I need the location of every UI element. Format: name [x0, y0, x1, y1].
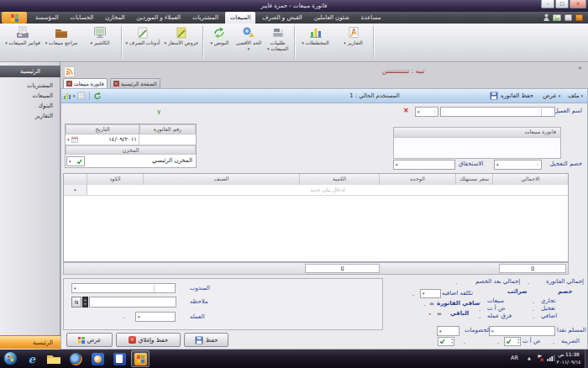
picture-icon[interactable] — [553, 14, 561, 21]
taskbar-clock[interactable]: 11:38 ص ٢٠١١/٠٩/١٤ — [554, 351, 583, 366]
show-desktop-button[interactable] — [585, 350, 588, 368]
discount-early-label: تعجيل — [541, 305, 555, 312]
grid-new-row[interactable]: ٭ ادخال بيان جديد — [64, 185, 568, 196]
sales-returns-button[interactable]: مراجع مبيعات ▾ — [42, 24, 81, 60]
tab-customers-suppliers[interactable]: العملاء و الموردين — [132, 12, 186, 24]
doc-tab-home[interactable]: × الصفحة الرئيسية — [110, 78, 160, 88]
col-quantity[interactable]: الكمية — [300, 174, 380, 185]
taskbar-app-icon-active[interactable] — [131, 350, 150, 367]
col-total[interactable]: الاجمالي — [493, 174, 568, 185]
taskbar-firefox-icon[interactable] — [66, 350, 85, 367]
taskbar-media-player-icon[interactable] — [88, 350, 107, 367]
col-code[interactable]: الكود — [87, 174, 144, 185]
sidebar-item-reports[interactable]: التقارير — [0, 111, 60, 121]
sidebar-item-banks[interactable]: البنوك — [0, 101, 60, 111]
early-discount-field[interactable]: ▾ ٠ — [494, 160, 542, 170]
clear-customer-icon[interactable]: × — [403, 107, 409, 114]
tab-hr[interactable]: شئون العاملين — [309, 12, 354, 24]
customer-name-input[interactable] — [440, 107, 555, 117]
save-button[interactable]: حفظ — [184, 333, 228, 347]
start-button[interactable] — [3, 351, 18, 365]
discounts-combo[interactable]: ▾ — [437, 326, 459, 336]
bonus-button[interactable]: البونص ▾ — [205, 24, 234, 60]
taskbar-document-icon[interactable] — [110, 350, 129, 367]
invoice-form: ▾ المستخدم الحالي : 1 حفظ الفاتوره عرض▾ … — [60, 88, 588, 350]
col-unit[interactable]: الوحده — [380, 174, 456, 185]
alert-close-icon[interactable]: × — [578, 65, 582, 71]
form-menus: عرض▾ ملف▾ — [543, 89, 583, 103]
dropdown-icon: ▾ — [344, 40, 346, 45]
tab-receipts-payments[interactable]: القبض و الصرف — [257, 12, 307, 24]
sidebar-footer-home[interactable]: الرئيسية — [0, 335, 60, 349]
invoice-type-header[interactable]: فاتورة مبيعات — [394, 128, 560, 138]
items-grid: الكود الصنف الكمية الوحده سعر مستهلك الا… — [63, 173, 569, 262]
user-icon[interactable] — [543, 13, 549, 21]
tray-expand-icon[interactable]: ▲ — [528, 355, 531, 360]
sidebar-items: المشتريات المبيعات البنوك التقارير — [0, 81, 60, 121]
maximize-button[interactable]: □ — [555, 0, 569, 8]
minimize-button[interactable]: – — [541, 0, 554, 8]
note-input[interactable] — [89, 297, 176, 308]
feed-button[interactable] — [64, 66, 75, 77]
date-picker[interactable]: ▾ ١٤/٠٩/٢٠١١ — [66, 134, 139, 145]
tab-sales[interactable]: المبيعات — [225, 12, 255, 24]
sidebar-item-sales[interactable]: المبيعات — [0, 91, 60, 101]
sales-orders-button[interactable]: طلبيات المبيعات ▾ — [263, 24, 292, 60]
taskbar-explorer-icon[interactable] — [45, 350, 63, 367]
tab-warehouses[interactable]: المخازن — [100, 12, 129, 24]
sidebar-item-purchases[interactable]: المشتريات — [0, 81, 60, 91]
save-and-close-button[interactable]: × حفظ وإغلاق — [116, 333, 181, 347]
tab-accounts[interactable]: الحسابات — [66, 12, 99, 24]
col-item[interactable]: الصنف — [144, 174, 300, 185]
currency-combo[interactable]: ▾ — [135, 312, 176, 322]
tax-header: ضرائب — [507, 288, 528, 295]
minimize-ribbon-icon[interactable] — [564, 14, 572, 21]
extra-cost-value: . — [412, 291, 414, 297]
ribbon-body: فواتير المبيعات ▾ مراجع مبيعات ▾ الكاشير… — [0, 24, 588, 62]
mini-chart-icon[interactable] — [63, 92, 71, 100]
refresh-icon[interactable] — [93, 92, 102, 100]
tab-purchases[interactable]: المشتريات — [187, 12, 223, 24]
due-combo[interactable]: ▾ — [393, 160, 455, 170]
file-menu[interactable]: ملف▾ — [568, 89, 583, 103]
representative-combo[interactable]: ▾ — [71, 283, 176, 293]
close-tab-icon[interactable]: × — [113, 81, 119, 87]
extra-cost-combo[interactable]: ▾ — [420, 289, 441, 298]
dropdown-icon[interactable]: ▾ — [73, 94, 76, 98]
close-button[interactable]: × — [570, 0, 586, 8]
tab-organization[interactable]: المؤسسة — [30, 12, 64, 24]
tray-flag-icon[interactable] — [537, 354, 544, 362]
amount-total: 0 — [499, 264, 566, 273]
note-n-button[interactable]: N — [71, 297, 81, 308]
col-consumer-price[interactable]: سعر مستهلك — [456, 174, 493, 185]
language-indicator[interactable]: AR — [511, 355, 518, 361]
invoice-number-input[interactable] — [139, 134, 196, 145]
reports-button[interactable]: A التقارير ▾ — [334, 24, 372, 60]
disbursement-permits-button[interactable]: أذونات الصرف ▾ — [123, 24, 162, 60]
dropdown-icon: ▾ — [164, 40, 166, 45]
price-quotes-button[interactable]: عروض الأسعار ▾ — [162, 24, 201, 60]
close-tab-icon[interactable]: × — [66, 81, 72, 87]
app-menu-button[interactable] — [2, 12, 27, 24]
tax-check-spinner[interactable]: ▴▾ — [504, 337, 521, 346]
doc-tab-sales-invoice[interactable]: × فاتورة مبيعات — [63, 78, 108, 88]
ribbon-tabs: المؤسسة الحسابات المخازن العملاء و المور… — [30, 12, 386, 24]
vat-check-spinner[interactable]: ▴▾ — [438, 337, 454, 346]
tab-help[interactable]: مساعدة — [356, 12, 386, 24]
taskbar-ie-icon[interactable]: e — [23, 350, 41, 367]
show-button[interactable]: عرض — [66, 333, 113, 347]
charts-button[interactable]: المخططات ▾ — [297, 24, 334, 60]
grid-body[interactable] — [64, 196, 568, 261]
cashier-button[interactable]: الكاشير ▾ — [81, 24, 119, 60]
view-menu[interactable]: عرض▾ — [543, 89, 560, 103]
grid-view-icon[interactable] — [77, 92, 86, 100]
sales-invoices-button[interactable]: فواتير المبيعات ▾ — [3, 24, 42, 60]
app-orange-icon[interactable] — [575, 14, 583, 21]
warehouse-combo[interactable]: ▾ — [66, 156, 85, 166]
warehouse-header: المخزن — [66, 145, 196, 155]
paid-cash-field[interactable]: ▾ — [489, 326, 555, 336]
customer-combo[interactable]: ▾ ٠ — [415, 107, 438, 117]
note-spinner[interactable]: ▴▾ — [82, 297, 88, 308]
max-limit-button[interactable]: الحد الأقصى ▾ — [234, 24, 264, 60]
save-invoice-button[interactable]: حفظ الفاتوره — [490, 92, 533, 100]
